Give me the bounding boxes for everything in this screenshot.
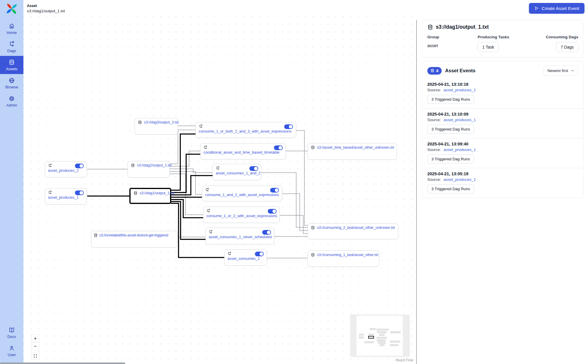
node-label[interactable]: s3://dag2/output_1.txt xyxy=(137,163,172,167)
sidebar-item-browse[interactable]: Browse xyxy=(0,74,23,92)
graph-node-dag-consume-1-or-2[interactable]: consume_1_or_2_with_asset_expressions xyxy=(203,207,280,223)
dag-icon xyxy=(199,124,203,128)
sidebar-item-home[interactable]: Home xyxy=(0,20,23,38)
chevron-down-icon xyxy=(571,69,575,73)
events-count: 4 xyxy=(436,68,438,73)
event-timestamp: 2025-04-21, 13:05:19 xyxy=(427,171,578,176)
minimap-viewport xyxy=(356,316,403,356)
database-icon xyxy=(431,69,434,73)
home-icon xyxy=(8,23,15,29)
zoom-out-button[interactable]: − xyxy=(31,342,39,350)
graph-node-asset-dag1-output-1-selected[interactable]: s3://dag1/output_1.txt xyxy=(129,188,171,204)
dag-icon xyxy=(216,166,220,170)
graph-node-asset-dag3-output-3[interactable]: s3://dag3/output_3.txt xyxy=(135,118,178,135)
asset-detail-panel: s3://dag1/output_1.txt Group asset Produ… xyxy=(417,16,588,364)
dag-pause-toggle[interactable] xyxy=(255,252,264,256)
group-label: Group xyxy=(427,35,478,39)
dag-pause-toggle[interactable] xyxy=(75,190,84,195)
triggered-dag-runs-button[interactable]: 3 Triggered Dag Runs xyxy=(427,184,474,193)
graph-node-asset-consuming-1-task[interactable]: s3://consuming_1_task/asset_other.txt xyxy=(308,250,379,267)
canvas-zoom-controls: + − xyxy=(31,334,39,360)
graph-node-asset-dag2-output-1[interactable]: s3://dag2/output_1.txt xyxy=(128,161,170,178)
graph-node-dag-asset-consumes-1[interactable]: asset_consumes_1 xyxy=(224,249,267,266)
gear-icon xyxy=(8,95,15,102)
airflow-asset-page: s3://dag3/output_3.txt consume_1_or_both… xyxy=(0,0,588,364)
graph-canvas[interactable]: s3://dag3/output_3.txt consume_1_or_both… xyxy=(23,0,416,364)
graph-node-dag-asset-consumes-1-and-2[interactable]: asset_consumes_1_and_2 xyxy=(212,164,261,180)
book-icon xyxy=(8,327,15,333)
node-label[interactable]: consume_1_or_2_with_asset_expressions xyxy=(206,214,277,218)
event-source-link[interactable]: asset_produces_1 xyxy=(444,147,476,152)
sidebar-item-assets[interactable]: Assets xyxy=(0,56,23,74)
graph-node-asset-consuming-2-task[interactable]: s3://consuming_2_task/asset_other_unknow… xyxy=(308,223,398,239)
sidebar-item-docs[interactable]: Docs xyxy=(0,324,23,342)
events-count-badge: 4 xyxy=(427,67,442,75)
panel-resize-handle[interactable] xyxy=(416,20,417,364)
graph-node-dag-never-scheduled[interactable]: asset_consumes_1_never_scheduled xyxy=(205,228,274,244)
triggered-dag-runs-button[interactable]: 3 Triggered Dag Runs xyxy=(427,125,474,134)
consuming-dags-button[interactable]: 7 Dags xyxy=(556,42,578,52)
dag-pause-toggle[interactable] xyxy=(274,145,283,150)
horizontal-scrollbar[interactable] xyxy=(0,363,125,364)
producing-tasks-button[interactable]: 1 Task xyxy=(478,42,499,52)
node-label[interactable]: s3://dag3/output_3.txt xyxy=(144,120,179,124)
node-label[interactable]: consume_1_or_both_2_and_3_with_asset_exp… xyxy=(199,129,293,133)
triggered-dag-runs-button[interactable]: 3 Triggered Dag Runs xyxy=(427,154,474,164)
node-label[interactable]: s3://dag1/output_1.txt xyxy=(140,191,174,195)
asset-event-item: 2025-04-21, 13:10:09 Source:asset_produc… xyxy=(423,108,583,138)
graph-node-dag-asset-produces-2[interactable]: asset_produces_2 xyxy=(45,161,87,177)
graph-node-dag-conditional[interactable]: conditional_asset_and_time_based_timetab… xyxy=(200,143,286,159)
graph-node-asset-unrelated[interactable]: s3://unrelated/this-asset-doesnt-get-tri… xyxy=(91,231,178,248)
dag-pause-toggle[interactable] xyxy=(249,166,258,171)
node-label[interactable]: s3://consuming_2_task/asset_other_unknow… xyxy=(317,226,395,230)
reactflow-attribution: React Flow xyxy=(396,358,413,362)
database-icon xyxy=(133,191,138,195)
graph-node-asset-time-based[interactable]: s3://asset_time_based/asset_other_unknow… xyxy=(308,143,397,160)
node-label[interactable]: asset_consumes_1_and_2 xyxy=(216,171,258,175)
events-title: Asset Events xyxy=(445,68,476,73)
sidebar-item-dags[interactable]: Dags xyxy=(0,38,23,56)
dag-pause-toggle[interactable] xyxy=(262,230,271,235)
database-icon xyxy=(427,24,433,30)
graph-node-dag-consume-1-and-2[interactable]: consume_1_and_2_with_asset_expressions xyxy=(202,186,282,201)
zoom-in-button[interactable]: + xyxy=(31,334,39,342)
dag-pause-toggle[interactable] xyxy=(270,188,279,193)
dag-pause-toggle[interactable] xyxy=(268,209,277,214)
node-label[interactable]: asset_produces_1 xyxy=(48,195,84,200)
event-source-link[interactable]: asset_produces_1 xyxy=(444,177,476,182)
graph-node-dag-asset-produces-1[interactable]: asset_produces_1 xyxy=(45,188,87,205)
node-label[interactable]: s3://consuming_1_task/asset_other.txt xyxy=(317,253,378,257)
sidebar-item-user[interactable]: User xyxy=(0,342,23,360)
globe-icon xyxy=(8,77,15,84)
dag-pause-toggle[interactable] xyxy=(75,164,84,168)
create-asset-event-button[interactable]: Create Asset Event xyxy=(529,3,584,14)
page-section-label: Asset xyxy=(27,4,65,8)
airflow-logo[interactable] xyxy=(0,0,23,20)
node-label[interactable]: asset_consumes_1_never_scheduled xyxy=(209,235,271,239)
events-sort-select[interactable]: Newest first xyxy=(544,66,578,76)
sidebar-spacer xyxy=(0,110,23,324)
sidebar-item-label: Dags xyxy=(7,49,16,53)
graph-node-dag-consume-1-or-both[interactable]: consume_1_or_both_2_and_3_with_asset_exp… xyxy=(196,122,296,138)
sidebar-item-admin[interactable]: Admin xyxy=(0,92,23,110)
sidebar-nav: Home Dags Assets Browse Admin Docs U xyxy=(0,0,23,364)
asset-events-card: 4 Asset Events Newest first 2025-04-21, … xyxy=(422,61,583,198)
node-label[interactable]: s3://unrelated/this-asset-doesnt-get-tri… xyxy=(99,233,168,237)
dag-pause-toggle[interactable] xyxy=(284,124,293,129)
node-label[interactable]: s3://asset_time_based/asset_other_unknow… xyxy=(317,145,394,150)
node-label[interactable]: consume_1_and_2_with_asset_expressions xyxy=(205,193,279,197)
event-timestamp: 2025-04-21, 13:09:40 xyxy=(427,142,578,146)
sidebar-item-label: Docs xyxy=(7,334,16,339)
triggered-dag-runs-button[interactable]: 3 Triggered Dag Runs xyxy=(427,95,474,104)
dag-icon xyxy=(205,188,209,192)
graph-minimap[interactable] xyxy=(350,315,410,357)
asset-title: s3://dag1/output_1.txt xyxy=(436,24,489,30)
node-label[interactable]: asset_consumes_1 xyxy=(227,256,264,261)
event-source-link[interactable]: asset_produces_1 xyxy=(444,88,476,92)
fit-view-button[interactable] xyxy=(31,352,39,360)
node-label[interactable]: conditional_asset_and_time_based_timetab… xyxy=(203,150,283,154)
event-source-link[interactable]: asset_produces_1 xyxy=(444,118,476,122)
dag-icon xyxy=(48,164,52,168)
node-label[interactable]: asset_produces_2 xyxy=(48,168,84,173)
source-label: Source: xyxy=(427,118,441,122)
